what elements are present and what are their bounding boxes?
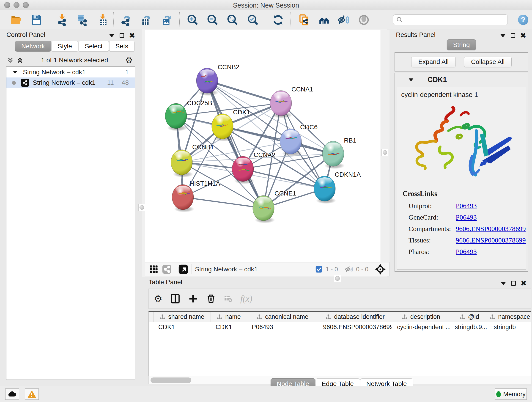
help-icon: ? <box>521 16 526 24</box>
column-header-id[interactable]: @id <box>450 312 489 322</box>
tab-style[interactable]: Style <box>51 41 78 51</box>
network-node-HIST1H1A[interactable]: HIST1H1A <box>172 180 220 212</box>
network-edge-hist1h1a-ccne1[interactable] <box>183 197 264 208</box>
column-header-description[interactable]: description <box>392 312 450 322</box>
collapse-all-icon[interactable] <box>6 57 14 64</box>
control-panel-title: Control Panel <box>6 31 45 38</box>
uniprot-link[interactable]: P06493 <box>456 202 477 210</box>
horizontal-splitter-handle[interactable] <box>334 275 341 282</box>
compartments-link[interactable]: 9606.ENSP00000378699 <box>456 225 526 233</box>
scrollbar-thumb[interactable] <box>151 377 191 383</box>
crosslink-label: Tissues: <box>403 236 456 244</box>
hidden-node-edge-counts: 0 - 0 <box>356 266 368 273</box>
save-session-button[interactable] <box>30 14 43 26</box>
pharos-link[interactable]: P06493 <box>456 248 477 255</box>
panel-menu-icon[interactable] <box>109 34 114 37</box>
network-node-CCNA2[interactable]: CCNA2 <box>232 151 275 184</box>
table-settings-gear-icon[interactable]: ⚙ <box>154 293 162 304</box>
export-image-button[interactable] <box>160 14 173 26</box>
warnings-button[interactable] <box>25 389 39 400</box>
first-neighbors-button[interactable] <box>318 14 330 26</box>
close-panel-icon[interactable]: ✖ <box>520 32 526 39</box>
zoom-fit-button[interactable] <box>226 14 239 26</box>
tissues-link[interactable]: 9606.ENSP00000378699 <box>456 236 526 244</box>
tab-sets[interactable]: Sets <box>109 41 134 51</box>
network-node-CDC6[interactable]: CDC6 <box>280 123 317 157</box>
network-vertical-scrollbar[interactable] <box>381 30 389 262</box>
column-header-namespace[interactable]: namespace <box>489 312 531 322</box>
help-button[interactable]: ? <box>518 15 528 25</box>
delete-column-trash-icon[interactable] <box>206 294 216 304</box>
import-network-icon <box>56 14 68 26</box>
import-network-button[interactable] <box>56 14 68 26</box>
network-edge-ccnb2-ccne1[interactable] <box>207 81 264 208</box>
export-table-button[interactable] <box>140 14 152 26</box>
import-network-from-database-button[interactable] <box>76 14 88 26</box>
open-in-window-icon[interactable] <box>178 264 188 274</box>
collection-count: 1 <box>125 69 129 76</box>
birds-eye-view-icon[interactable] <box>149 265 158 274</box>
tree-expand-icon[interactable] <box>13 71 17 74</box>
panel-menu-icon[interactable] <box>500 282 506 285</box>
selected-node-edge-counts: 1 - 0 <box>326 266 338 273</box>
expand-all-button[interactable]: Expand All <box>411 57 456 67</box>
memory-button[interactable]: Memory <box>495 389 527 400</box>
column-header-database-identifier[interactable]: database identifier <box>318 312 392 322</box>
network-row[interactable]: String Network – cdk1 11 48 <box>6 77 135 88</box>
function-builder-icon[interactable]: f(x) <box>240 294 253 304</box>
shared-column-icon <box>459 314 465 320</box>
zoom-selected-button[interactable] <box>247 14 259 26</box>
network-status-bar: String Network – cdk1 1 - 0 0 - 0 <box>145 262 389 276</box>
show-all-button[interactable] <box>358 14 370 26</box>
column-header-canonical-name[interactable]: canonical name <box>247 312 318 322</box>
float-panel-icon[interactable] <box>511 33 515 38</box>
node-label: HIST1H1A <box>190 180 220 187</box>
clone-network-button[interactable] <box>298 14 310 26</box>
delete-table-icon[interactable] <box>224 294 233 304</box>
expand-all-icon[interactable] <box>16 57 24 64</box>
close-panel-icon[interactable]: ✖ <box>521 280 526 287</box>
network-node-count: 11 <box>107 79 114 86</box>
shared-column-icon <box>489 314 495 320</box>
add-column-icon[interactable] <box>188 294 198 304</box>
panel-menu-icon[interactable] <box>500 34 506 37</box>
apply-layout-button[interactable] <box>272 14 284 26</box>
column-header-name[interactable]: name <box>210 312 247 322</box>
section-collapse-icon[interactable] <box>409 78 413 81</box>
zoom-in-button[interactable] <box>186 14 199 26</box>
search-input[interactable] <box>403 15 507 24</box>
collapse-all-button[interactable]: Collapse All <box>464 57 512 67</box>
string-share-icon[interactable] <box>162 264 172 274</box>
close-panel-icon[interactable]: ✖ <box>129 32 135 39</box>
network-node-RB1[interactable]: RB1 <box>322 137 356 169</box>
table-row[interactable]: CDK1 CDK1 P06493 9606.ENSP00000378699 cy… <box>149 322 531 332</box>
genecard-link[interactable]: P06493 <box>456 213 477 221</box>
open-session-button[interactable] <box>10 14 22 26</box>
network-node-CDKN1A[interactable]: CDKN1A <box>314 171 361 204</box>
import-table-button[interactable] <box>96 14 109 26</box>
crosslinks-section: CrossLinks Uniprot:P06493 GeneCard:P0649… <box>403 190 526 259</box>
column-header-shared-name[interactable]: shared name <box>153 312 210 322</box>
show-columns-icon[interactable] <box>170 294 180 304</box>
float-panel-icon[interactable] <box>120 33 124 38</box>
import-database-icon <box>76 14 88 26</box>
left-splitter-handle[interactable] <box>138 204 145 211</box>
zoom-out-button[interactable] <box>206 14 219 26</box>
tab-select[interactable]: Select <box>79 41 109 51</box>
scrollbar-handle[interactable] <box>381 149 388 156</box>
gene-description: cyclin-dependent kinase 1 <box>397 87 526 99</box>
float-panel-icon[interactable] <box>511 281 516 286</box>
gear-icon[interactable]: ⚙ <box>125 56 133 65</box>
network-node-CCNE1[interactable]: CCNE1 <box>253 190 296 223</box>
tab-string-results[interactable]: String <box>447 39 476 50</box>
export-network-button[interactable] <box>120 14 132 26</box>
hide-selected-button[interactable] <box>337 14 350 26</box>
node-label: CCNA1 <box>291 86 313 93</box>
tab-network[interactable]: Network <box>15 41 51 51</box>
network-collection-row[interactable]: String Network – cdk1 1 <box>6 67 135 77</box>
network-node-CCNB1[interactable]: CCNB1 <box>171 143 214 177</box>
fit-content-crosshair-icon[interactable] <box>375 264 386 274</box>
network-label: String Network – cdk1 <box>33 79 107 86</box>
cloud-status-button[interactable] <box>5 389 19 400</box>
network-canvas[interactable]: CCNB2CCNA1CDC25BCDK1CDC6RB1CCNB1CCNA2CDK… <box>145 30 381 262</box>
